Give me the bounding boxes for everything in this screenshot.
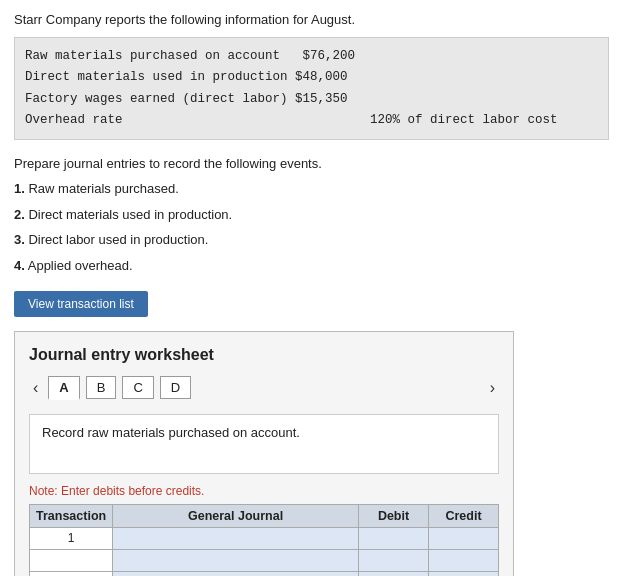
transaction-num-1: 1 bbox=[30, 527, 113, 549]
description-text: Record raw materials purchased on accoun… bbox=[42, 425, 300, 440]
transaction-num-3 bbox=[30, 571, 113, 576]
debit-field-1[interactable] bbox=[359, 528, 428, 549]
table-row bbox=[30, 549, 499, 571]
data-row-2: Direct materials used in production $48,… bbox=[25, 67, 598, 88]
data-row-1: Raw materials purchased on account $76,2… bbox=[25, 46, 598, 67]
debit-field-3[interactable] bbox=[359, 572, 428, 576]
tab-a[interactable]: A bbox=[48, 376, 79, 400]
tab-c[interactable]: C bbox=[122, 376, 153, 399]
journal-table: Transaction General Journal Debit Credit… bbox=[29, 504, 499, 576]
instruction-3: 3. Direct labor used in production. bbox=[14, 228, 609, 251]
instruction-2: 2. Direct materials used in production. bbox=[14, 203, 609, 226]
credit-input-2[interactable] bbox=[429, 549, 499, 571]
tab-prev-button[interactable]: ‹ bbox=[29, 377, 42, 399]
description-box: Record raw materials purchased on accoun… bbox=[29, 414, 499, 474]
data-row-3: Factory wages earned (direct labor) $15,… bbox=[25, 89, 598, 110]
credit-field-2[interactable] bbox=[429, 550, 498, 571]
table-row bbox=[30, 571, 499, 576]
general-journal-field-3[interactable] bbox=[113, 572, 358, 576]
credit-input-3[interactable] bbox=[429, 571, 499, 576]
tab-row: ‹ A B C D › bbox=[29, 376, 499, 400]
transaction-num-2 bbox=[30, 549, 113, 571]
data-row-4: Overhead rate 120% of direct labor cost bbox=[25, 110, 598, 131]
col-header-debit: Debit bbox=[359, 504, 429, 527]
general-journal-input-3[interactable] bbox=[113, 571, 359, 576]
col-header-general-journal: General Journal bbox=[113, 504, 359, 527]
journal-entry-worksheet: Journal entry worksheet ‹ A B C D › Reco… bbox=[14, 331, 514, 576]
instruction-1: 1. Raw materials purchased. bbox=[14, 177, 609, 200]
view-transaction-list-button[interactable]: View transaction list bbox=[14, 291, 148, 317]
worksheet-title: Journal entry worksheet bbox=[29, 346, 499, 364]
instructions: Prepare journal entries to record the fo… bbox=[14, 152, 609, 277]
instruction-4: 4. Applied overhead. bbox=[14, 254, 609, 277]
instructions-heading: Prepare journal entries to record the fo… bbox=[14, 152, 609, 175]
col-header-transaction: Transaction bbox=[30, 504, 113, 527]
tab-d[interactable]: D bbox=[160, 376, 191, 399]
debit-input-2[interactable] bbox=[359, 549, 429, 571]
debit-field-2[interactable] bbox=[359, 550, 428, 571]
credit-input-1[interactable] bbox=[429, 527, 499, 549]
general-journal-input-1[interactable] bbox=[113, 527, 359, 549]
general-journal-input-2[interactable] bbox=[113, 549, 359, 571]
general-journal-field-1[interactable] bbox=[113, 528, 358, 549]
note-text: Note: Enter debits before credits. bbox=[29, 484, 499, 498]
general-journal-field-2[interactable] bbox=[113, 550, 358, 571]
intro-text: Starr Company reports the following info… bbox=[14, 12, 609, 27]
credit-field-1[interactable] bbox=[429, 528, 498, 549]
data-box: Raw materials purchased on account $76,2… bbox=[14, 37, 609, 140]
debit-input-1[interactable] bbox=[359, 527, 429, 549]
credit-field-3[interactable] bbox=[429, 572, 498, 576]
tab-next-button[interactable]: › bbox=[486, 377, 499, 399]
col-header-credit: Credit bbox=[429, 504, 499, 527]
debit-input-3[interactable] bbox=[359, 571, 429, 576]
tab-b[interactable]: B bbox=[86, 376, 117, 399]
table-row: 1 bbox=[30, 527, 499, 549]
